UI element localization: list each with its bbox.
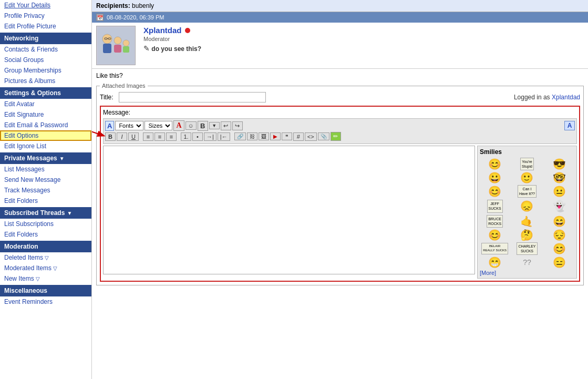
deleted-items-arrow-icon: ▽ — [45, 255, 49, 261]
smiley-17[interactable]: ?? — [512, 257, 542, 268]
sidebar-item-profile-privacy[interactable]: Profile Privacy — [0, 11, 91, 21]
sidebar-item-edit-signature[interactable]: Edit Signature — [0, 109, 91, 120]
sizes-select[interactable]: Sizes — [145, 121, 172, 130]
smiley-10[interactable]: 🤙 — [512, 215, 542, 228]
smiley-3[interactable]: 😀 — [480, 172, 510, 183]
unlink-button[interactable]: ⛓ — [247, 132, 257, 140]
sidebar-item-edit-avatar[interactable]: Edit Avatar — [0, 99, 91, 109]
sidebar-item-group-memberships[interactable]: Group Memberships — [0, 65, 91, 76]
smilies-panel: Smilies 😊 You'reStupid 😎 😀 🙂 🤓 😊 — [477, 146, 577, 279]
sidebar-item-track-messages[interactable]: Track Messages — [0, 185, 91, 196]
sidebar-item-edit-options[interactable]: Edit Options — [0, 130, 91, 141]
sidebar-item-social-groups[interactable]: Social Groups — [0, 55, 91, 65]
smiley-badge-stupid[interactable]: You'reStupid — [512, 158, 542, 170]
right-toolbar: A — [564, 121, 575, 130]
bold-format-button[interactable]: B — [198, 121, 208, 131]
smiley-badge-jeff[interactable]: JEFFSUCKS — [480, 200, 510, 212]
svg-line-10 — [92, 122, 104, 136]
compose-area: Like this? Attached Images Title: Logged… — [92, 69, 588, 292]
sidebar-item-edit-folders-2[interactable]: Edit Folders — [0, 229, 91, 240]
message-textarea[interactable] — [103, 146, 475, 274]
editor-left — [103, 146, 475, 279]
smiley-16[interactable]: 😁 — [480, 257, 510, 268]
smilies-more-link[interactable]: [More] — [480, 270, 574, 276]
sidebar-item-moderated-items[interactable]: Moderated Items ▽ — [0, 263, 91, 273]
sidebar-item-edit-email-password[interactable]: Edit Email & Password — [0, 120, 91, 130]
post-username[interactable]: Xplantdad — [143, 26, 182, 35]
dropdown-btn[interactable]: ▼ — [209, 122, 220, 129]
username-line: Xplantdad — [143, 26, 584, 35]
sidebar-item-edit-your-details[interactable]: Edit Your Details — [0, 0, 91, 11]
sidebar-item-deleted-items[interactable]: Deleted Items ▽ — [0, 252, 91, 263]
smiley-badge-charley[interactable]: CHARLEYSUCKS — [512, 242, 542, 255]
align-left-button[interactable]: ≡ — [143, 132, 153, 141]
ul-button[interactable]: • — [192, 132, 203, 141]
moderated-items-arrow-icon: ▽ — [53, 265, 57, 271]
smiley-12[interactable]: 😊 — [480, 230, 510, 240]
undo-button[interactable]: ↩ — [221, 121, 231, 130]
message-label: Message: — [103, 109, 577, 116]
smiley-5[interactable]: 🤓 — [544, 172, 574, 183]
smiley-14[interactable]: 😔 — [544, 230, 574, 240]
youtube-button[interactable]: ▶ — [270, 132, 281, 140]
sidebar-item-list-messages[interactable]: List Messages — [0, 164, 91, 175]
smiley-7[interactable]: 😐 — [544, 185, 574, 198]
sidebar-item-contacts-friends[interactable]: Contacts & Friends — [0, 44, 91, 55]
hash-button[interactable]: # — [293, 132, 304, 141]
sidebar-item-new-items[interactable]: New Items ▽ — [0, 273, 91, 284]
networking-header: Networking — [0, 33, 91, 44]
online-status-dot — [185, 28, 190, 33]
smiley-13[interactable]: 🤔 — [512, 230, 542, 240]
sidebar-item-edit-profile-picture[interactable]: Edit Profile Picture — [0, 21, 91, 32]
smiley-15[interactable]: 😊 — [544, 242, 574, 255]
sidebar-item-pictures-albums[interactable]: Pictures & Albums — [0, 76, 91, 86]
subscribed-threads-arrow-icon: ▼ — [67, 210, 72, 216]
recipients-value: bubenly — [132, 2, 154, 9]
sidebar-item-list-subscriptions[interactable]: List Subscriptions — [0, 219, 91, 229]
indent-button[interactable]: →| — [204, 132, 216, 141]
logged-in-user-link[interactable]: Xplantdad — [552, 94, 580, 101]
smiley-6[interactable]: 😊 — [480, 185, 510, 198]
font-color-button[interactable]: A — [173, 120, 184, 131]
calendar-icon: 📅 — [96, 14, 104, 21]
avatar — [96, 26, 136, 65]
smiley-8[interactable]: 😞 — [512, 200, 542, 212]
fonts-select[interactable]: Fonts — [115, 121, 143, 130]
eraser-button[interactable]: ✏ — [331, 132, 341, 141]
sidebar-item-edit-ignore-list[interactable]: Edit Ignore List — [0, 141, 91, 151]
smiley-18[interactable]: 😑 — [544, 257, 574, 268]
smiley-button[interactable]: ☺ — [185, 121, 197, 130]
align-center-button[interactable]: ≡ — [154, 132, 165, 141]
outdent-button[interactable]: |← — [218, 132, 230, 141]
insert-image-button[interactable]: 🖼 — [259, 132, 269, 140]
underline-button[interactable]: U — [128, 132, 139, 141]
align-right-button[interactable]: ≡ — [166, 132, 177, 141]
quote-button[interactable]: ❝ — [282, 132, 292, 140]
code-button[interactable]: <> — [305, 132, 317, 141]
smiley-11[interactable]: 😄 — [544, 215, 574, 228]
sidebar: Edit Your Details Profile Privacy Edit P… — [0, 0, 92, 379]
post-content: Xplantdad Moderator ✎ do you see this? — [143, 26, 584, 65]
smiley-4[interactable]: 🙂 — [512, 172, 542, 183]
link-button[interactable]: 🔗 — [234, 132, 246, 140]
title-input[interactable] — [119, 92, 266, 103]
redo-button[interactable]: ↪ — [232, 121, 243, 130]
svg-point-5 — [123, 40, 129, 46]
smiley-badge-bruce[interactable]: BRUCEROCKS — [480, 215, 510, 228]
smiley-2[interactable]: 😎 — [544, 158, 574, 170]
smiley-badge-belair[interactable]: BELAIRREALLY SUCKS — [480, 242, 510, 255]
bold-button[interactable]: B — [105, 132, 116, 141]
private-messages-header: Private Messages ▼ — [0, 152, 91, 164]
ol-button[interactable]: 1. — [181, 132, 191, 141]
main-content: Recipients: bubenly 📅 08-08-2020, 06:39 … — [92, 0, 588, 379]
message-editor-container: Message: A Fonts Sizes A ☺ B ▼ — [100, 106, 580, 282]
sidebar-item-edit-folders[interactable]: Edit Folders — [0, 196, 91, 206]
smiley-1[interactable]: 😊 — [480, 158, 510, 170]
attachment-button[interactable]: 📎 — [318, 132, 329, 140]
sidebar-item-event-reminders[interactable]: Event Reminders — [0, 296, 91, 307]
sidebar-item-send-new-message[interactable]: Send New Message — [0, 175, 91, 185]
smiley-badge-canihave[interactable]: Can IHave It?? — [512, 185, 542, 198]
italic-button[interactable]: I — [117, 132, 127, 141]
text-size-up-button[interactable]: A — [564, 121, 575, 130]
smiley-9[interactable]: 👻 — [544, 200, 574, 212]
